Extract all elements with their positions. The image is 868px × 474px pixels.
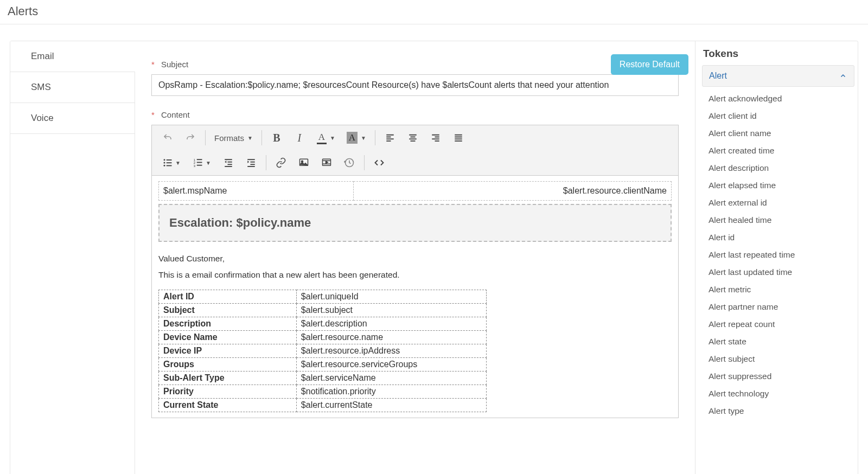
token-item[interactable]: Alert metric: [703, 281, 853, 298]
align-center-button[interactable]: [403, 129, 423, 147]
intro-text: This is a email confirmation that a new …: [158, 270, 672, 280]
formats-label: Formats: [214, 133, 244, 143]
table-cell-value: $alert.description: [296, 317, 487, 331]
svg-point-17: [164, 162, 165, 164]
undo-button[interactable]: [157, 129, 178, 147]
content-label-row: * Content: [151, 110, 679, 119]
svg-marker-32: [225, 161, 226, 163]
token-item[interactable]: Alert description: [703, 159, 853, 177]
table-cell-value: $alert.resource.name: [296, 331, 487, 344]
subject-label-row: * Subject: [151, 60, 679, 69]
table-row: Alert ID$alert.uniqueId: [159, 290, 487, 304]
history-button[interactable]: [339, 153, 360, 172]
token-item[interactable]: Alert state: [703, 333, 853, 350]
image-button[interactable]: [293, 153, 314, 172]
text-color-button[interactable]: A ▼: [312, 129, 340, 147]
code-button[interactable]: [369, 153, 390, 172]
svg-point-16: [164, 159, 165, 161]
table-row: Groups$alert.resource.serviceGroups: [159, 358, 487, 371]
table-cell-key: Device IP: [159, 344, 297, 358]
token-item[interactable]: Alert repeat count: [703, 316, 853, 333]
svg-marker-41: [326, 161, 328, 164]
token-item[interactable]: Alert client name: [703, 125, 853, 142]
tab-email[interactable]: Email: [10, 41, 135, 72]
tokens-panel: Tokens Alert Alert acknowledgedAlert cli…: [695, 41, 858, 474]
token-item[interactable]: Alert id: [703, 229, 853, 246]
video-button[interactable]: [316, 153, 337, 172]
tabs-column: Email SMS Voice: [10, 41, 135, 474]
link-button[interactable]: [271, 153, 291, 172]
table-cell-value: $alert.resource.ipAddress: [296, 344, 487, 358]
svg-point-18: [164, 165, 165, 166]
bold-button[interactable]: B: [266, 129, 287, 147]
table-row: Device IP$alert.resource.ipAddress: [159, 344, 487, 358]
token-item[interactable]: Alert last repeated time: [703, 246, 853, 264]
align-justify-button[interactable]: [448, 129, 469, 147]
svg-rect-34: [251, 162, 255, 163]
table-row: Subject$alert.subject: [159, 304, 487, 317]
svg-rect-29: [228, 162, 232, 163]
table-row: Sub-Alert Type$alert.serviceName: [159, 371, 487, 385]
outdent-button[interactable]: [218, 153, 239, 172]
token-item[interactable]: Alert acknowledged: [703, 90, 853, 107]
page-title: Alerts: [0, 0, 868, 24]
bullet-list-icon: [162, 158, 173, 168]
required-star: *: [151, 110, 155, 119]
tokens-group-header[interactable]: Alert: [702, 65, 854, 87]
token-item[interactable]: Alert type: [703, 402, 853, 420]
outdent-icon: [224, 158, 233, 168]
table-cell-key: Description: [159, 317, 297, 331]
svg-rect-19: [167, 159, 172, 161]
table-cell-value: $alert.uniqueId: [296, 290, 487, 304]
subject-input[interactable]: [151, 74, 679, 96]
undo-icon: [162, 133, 173, 143]
template-header-right: $alert.resource.clientName: [354, 182, 672, 201]
image-icon: [298, 158, 309, 168]
token-item[interactable]: Alert client id: [703, 107, 853, 125]
svg-rect-25: [197, 159, 202, 160]
table-row: Device Name$alert.resource.name: [159, 331, 487, 344]
token-item[interactable]: Alert external id: [703, 194, 853, 212]
chevron-down-icon: ▼: [361, 135, 366, 141]
tokens-title: Tokens: [702, 48, 854, 65]
table-cell-value: $alert.serviceName: [296, 371, 487, 385]
align-justify-icon: [454, 133, 463, 143]
table-cell-value: $notification.priority: [296, 385, 487, 399]
indent-button[interactable]: [241, 153, 261, 172]
token-item[interactable]: Alert technology: [703, 385, 853, 402]
align-right-icon: [431, 133, 441, 143]
svg-text:3: 3: [194, 164, 196, 168]
numbered-list-icon: 123: [193, 158, 203, 168]
template-header-left: $alert.mspName: [159, 182, 354, 201]
bg-color-button[interactable]: A ▼: [342, 129, 371, 147]
svg-rect-31: [225, 166, 232, 167]
redo-icon: [185, 133, 196, 143]
token-item[interactable]: Alert created time: [703, 142, 853, 159]
token-item[interactable]: Alert subject: [703, 350, 853, 368]
table-cell-key: Alert ID: [159, 290, 297, 304]
italic-button[interactable]: I: [289, 129, 310, 147]
align-left-button[interactable]: [380, 129, 400, 147]
tab-voice[interactable]: Voice: [10, 103, 135, 134]
table-cell-key: Priority: [159, 385, 297, 399]
code-icon: [373, 158, 385, 168]
link-icon: [276, 157, 286, 168]
token-item[interactable]: Alert elapsed time: [703, 177, 853, 194]
tab-sms[interactable]: SMS: [10, 72, 135, 103]
bullet-list-button[interactable]: ▼: [157, 153, 186, 172]
chevron-up-icon: [839, 73, 847, 79]
numbered-list-button[interactable]: 123 ▼: [188, 153, 216, 172]
restore-default-button[interactable]: Restore Default: [611, 54, 688, 75]
chevron-down-icon: ▼: [175, 160, 181, 166]
token-item[interactable]: Alert healed time: [703, 212, 853, 229]
align-right-button[interactable]: [425, 129, 446, 147]
token-item[interactable]: Alert suppressed: [703, 368, 853, 385]
svg-marker-37: [247, 161, 249, 163]
token-item[interactable]: Alert partner name: [703, 298, 853, 316]
editor-content-area[interactable]: $alert.mspName $alert.resource.clientNam…: [152, 176, 678, 418]
chevron-down-icon: ▼: [206, 160, 211, 166]
redo-button[interactable]: [180, 129, 201, 147]
formats-dropdown[interactable]: Formats ▼: [209, 129, 258, 147]
svg-rect-27: [197, 165, 202, 166]
token-item[interactable]: Alert last updated time: [703, 264, 853, 281]
